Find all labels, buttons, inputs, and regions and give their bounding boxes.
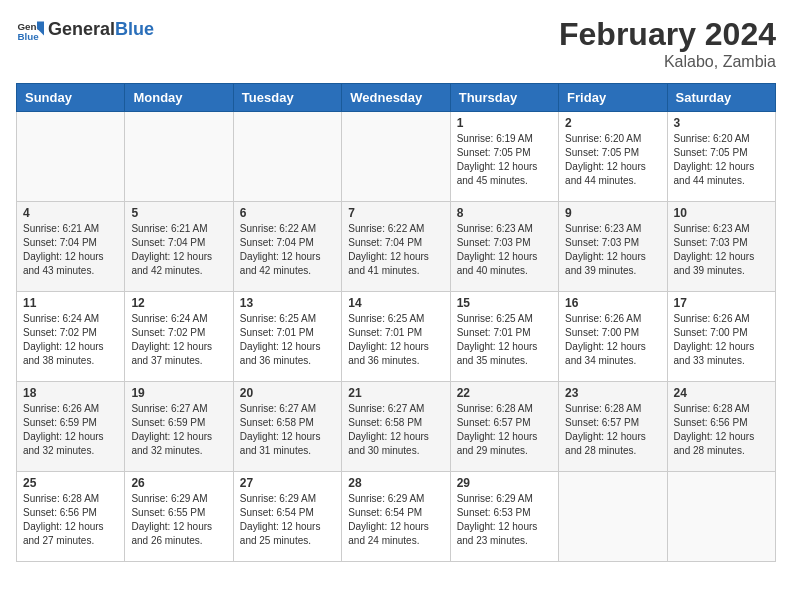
day-number: 25 xyxy=(23,476,118,490)
day-number: 10 xyxy=(674,206,769,220)
calendar-day-cell xyxy=(233,112,341,202)
day-sun-info: Sunrise: 6:28 AM Sunset: 6:56 PM Dayligh… xyxy=(674,402,769,458)
day-number: 11 xyxy=(23,296,118,310)
day-sun-info: Sunrise: 6:27 AM Sunset: 6:59 PM Dayligh… xyxy=(131,402,226,458)
month-year-title: February 2024 xyxy=(559,16,776,53)
calendar-day-cell: 8Sunrise: 6:23 AM Sunset: 7:03 PM Daylig… xyxy=(450,202,558,292)
logo-general: General xyxy=(48,20,115,40)
calendar-day-cell: 16Sunrise: 6:26 AM Sunset: 7:00 PM Dayli… xyxy=(559,292,667,382)
day-number: 16 xyxy=(565,296,660,310)
day-sun-info: Sunrise: 6:28 AM Sunset: 6:57 PM Dayligh… xyxy=(565,402,660,458)
day-sun-info: Sunrise: 6:29 AM Sunset: 6:55 PM Dayligh… xyxy=(131,492,226,548)
day-sun-info: Sunrise: 6:23 AM Sunset: 7:03 PM Dayligh… xyxy=(565,222,660,278)
calendar-day-cell: 20Sunrise: 6:27 AM Sunset: 6:58 PM Dayli… xyxy=(233,382,341,472)
day-number: 18 xyxy=(23,386,118,400)
calendar-day-cell: 1Sunrise: 6:19 AM Sunset: 7:05 PM Daylig… xyxy=(450,112,558,202)
logo-icon: General Blue xyxy=(16,16,44,44)
calendar-day-cell: 26Sunrise: 6:29 AM Sunset: 6:55 PM Dayli… xyxy=(125,472,233,562)
calendar-day-cell: 2Sunrise: 6:20 AM Sunset: 7:05 PM Daylig… xyxy=(559,112,667,202)
calendar-day-cell: 10Sunrise: 6:23 AM Sunset: 7:03 PM Dayli… xyxy=(667,202,775,292)
day-number: 27 xyxy=(240,476,335,490)
day-sun-info: Sunrise: 6:21 AM Sunset: 7:04 PM Dayligh… xyxy=(23,222,118,278)
day-number: 9 xyxy=(565,206,660,220)
day-sun-info: Sunrise: 6:20 AM Sunset: 7:05 PM Dayligh… xyxy=(565,132,660,188)
day-sun-info: Sunrise: 6:23 AM Sunset: 7:03 PM Dayligh… xyxy=(674,222,769,278)
day-number: 20 xyxy=(240,386,335,400)
day-sun-info: Sunrise: 6:22 AM Sunset: 7:04 PM Dayligh… xyxy=(348,222,443,278)
day-sun-info: Sunrise: 6:24 AM Sunset: 7:02 PM Dayligh… xyxy=(23,312,118,368)
calendar-day-cell: 4Sunrise: 6:21 AM Sunset: 7:04 PM Daylig… xyxy=(17,202,125,292)
day-sun-info: Sunrise: 6:27 AM Sunset: 6:58 PM Dayligh… xyxy=(348,402,443,458)
calendar-day-cell: 23Sunrise: 6:28 AM Sunset: 6:57 PM Dayli… xyxy=(559,382,667,472)
calendar-header-row: SundayMondayTuesdayWednesdayThursdayFrid… xyxy=(17,84,776,112)
day-sun-info: Sunrise: 6:26 AM Sunset: 7:00 PM Dayligh… xyxy=(674,312,769,368)
calendar-day-cell xyxy=(667,472,775,562)
calendar-week-row: 4Sunrise: 6:21 AM Sunset: 7:04 PM Daylig… xyxy=(17,202,776,292)
day-number: 3 xyxy=(674,116,769,130)
day-sun-info: Sunrise: 6:21 AM Sunset: 7:04 PM Dayligh… xyxy=(131,222,226,278)
calendar-day-cell: 25Sunrise: 6:28 AM Sunset: 6:56 PM Dayli… xyxy=(17,472,125,562)
calendar-day-cell: 24Sunrise: 6:28 AM Sunset: 6:56 PM Dayli… xyxy=(667,382,775,472)
day-number: 28 xyxy=(348,476,443,490)
day-number: 2 xyxy=(565,116,660,130)
calendar-week-row: 1Sunrise: 6:19 AM Sunset: 7:05 PM Daylig… xyxy=(17,112,776,202)
day-number: 8 xyxy=(457,206,552,220)
calendar-day-cell: 9Sunrise: 6:23 AM Sunset: 7:03 PM Daylig… xyxy=(559,202,667,292)
day-sun-info: Sunrise: 6:25 AM Sunset: 7:01 PM Dayligh… xyxy=(348,312,443,368)
day-number: 12 xyxy=(131,296,226,310)
calendar-day-cell: 28Sunrise: 6:29 AM Sunset: 6:54 PM Dayli… xyxy=(342,472,450,562)
calendar-day-cell: 15Sunrise: 6:25 AM Sunset: 7:01 PM Dayli… xyxy=(450,292,558,382)
day-number: 26 xyxy=(131,476,226,490)
day-of-week-header: Tuesday xyxy=(233,84,341,112)
calendar-day-cell: 17Sunrise: 6:26 AM Sunset: 7:00 PM Dayli… xyxy=(667,292,775,382)
day-of-week-header: Saturday xyxy=(667,84,775,112)
day-number: 1 xyxy=(457,116,552,130)
calendar-week-row: 25Sunrise: 6:28 AM Sunset: 6:56 PM Dayli… xyxy=(17,472,776,562)
calendar-day-cell: 22Sunrise: 6:28 AM Sunset: 6:57 PM Dayli… xyxy=(450,382,558,472)
day-sun-info: Sunrise: 6:20 AM Sunset: 7:05 PM Dayligh… xyxy=(674,132,769,188)
day-number: 5 xyxy=(131,206,226,220)
day-sun-info: Sunrise: 6:28 AM Sunset: 6:56 PM Dayligh… xyxy=(23,492,118,548)
day-sun-info: Sunrise: 6:25 AM Sunset: 7:01 PM Dayligh… xyxy=(240,312,335,368)
calendar-day-cell xyxy=(125,112,233,202)
calendar-table: SundayMondayTuesdayWednesdayThursdayFrid… xyxy=(16,83,776,562)
calendar-day-cell: 6Sunrise: 6:22 AM Sunset: 7:04 PM Daylig… xyxy=(233,202,341,292)
calendar-day-cell: 19Sunrise: 6:27 AM Sunset: 6:59 PM Dayli… xyxy=(125,382,233,472)
day-number: 17 xyxy=(674,296,769,310)
day-sun-info: Sunrise: 6:29 AM Sunset: 6:53 PM Dayligh… xyxy=(457,492,552,548)
logo: General Blue GeneralBlue xyxy=(16,16,154,44)
day-number: 29 xyxy=(457,476,552,490)
calendar-day-cell: 12Sunrise: 6:24 AM Sunset: 7:02 PM Dayli… xyxy=(125,292,233,382)
day-sun-info: Sunrise: 6:22 AM Sunset: 7:04 PM Dayligh… xyxy=(240,222,335,278)
calendar-day-cell: 27Sunrise: 6:29 AM Sunset: 6:54 PM Dayli… xyxy=(233,472,341,562)
calendar-day-cell: 18Sunrise: 6:26 AM Sunset: 6:59 PM Dayli… xyxy=(17,382,125,472)
day-sun-info: Sunrise: 6:28 AM Sunset: 6:57 PM Dayligh… xyxy=(457,402,552,458)
day-sun-info: Sunrise: 6:26 AM Sunset: 7:00 PM Dayligh… xyxy=(565,312,660,368)
day-number: 24 xyxy=(674,386,769,400)
day-of-week-header: Monday xyxy=(125,84,233,112)
day-sun-info: Sunrise: 6:26 AM Sunset: 6:59 PM Dayligh… xyxy=(23,402,118,458)
day-number: 15 xyxy=(457,296,552,310)
location-label: Kalabo, Zambia xyxy=(559,53,776,71)
title-area: February 2024 Kalabo, Zambia xyxy=(559,16,776,71)
day-sun-info: Sunrise: 6:29 AM Sunset: 6:54 PM Dayligh… xyxy=(348,492,443,548)
calendar-day-cell xyxy=(17,112,125,202)
calendar-day-cell: 5Sunrise: 6:21 AM Sunset: 7:04 PM Daylig… xyxy=(125,202,233,292)
logo-blue: Blue xyxy=(115,20,154,40)
calendar-day-cell xyxy=(342,112,450,202)
day-number: 22 xyxy=(457,386,552,400)
day-number: 7 xyxy=(348,206,443,220)
day-sun-info: Sunrise: 6:19 AM Sunset: 7:05 PM Dayligh… xyxy=(457,132,552,188)
calendar-day-cell: 11Sunrise: 6:24 AM Sunset: 7:02 PM Dayli… xyxy=(17,292,125,382)
svg-text:Blue: Blue xyxy=(17,31,39,42)
calendar-day-cell xyxy=(559,472,667,562)
day-sun-info: Sunrise: 6:25 AM Sunset: 7:01 PM Dayligh… xyxy=(457,312,552,368)
day-of-week-header: Friday xyxy=(559,84,667,112)
day-number: 4 xyxy=(23,206,118,220)
day-number: 14 xyxy=(348,296,443,310)
day-number: 13 xyxy=(240,296,335,310)
calendar-week-row: 11Sunrise: 6:24 AM Sunset: 7:02 PM Dayli… xyxy=(17,292,776,382)
calendar-day-cell: 21Sunrise: 6:27 AM Sunset: 6:58 PM Dayli… xyxy=(342,382,450,472)
day-number: 6 xyxy=(240,206,335,220)
day-of-week-header: Sunday xyxy=(17,84,125,112)
